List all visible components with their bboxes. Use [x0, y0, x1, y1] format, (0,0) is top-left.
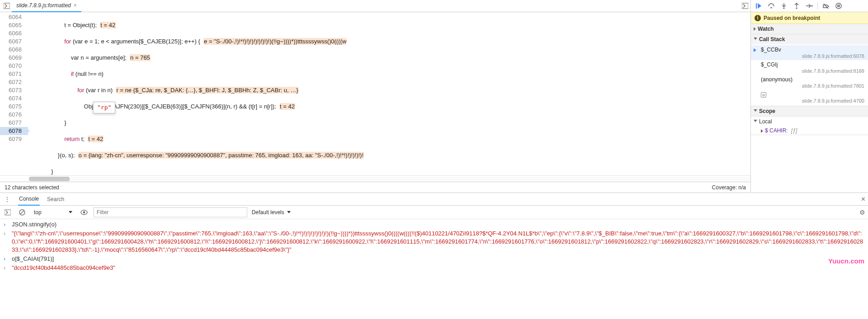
callstack-frame[interactable]: $_CGIj slide.7.8.9.js:formatted:8168 — [751, 60, 868, 75]
svg-line-13 — [20, 211, 24, 214]
chevron-right-icon — [761, 129, 763, 133]
console-output-row: ‹"{\"lang\":\"zh-cn\",\"userresponse\":\… — [0, 229, 868, 254]
callstack-section[interactable]: Call Stack $_CCBv slide.7.8.9.js:formatt… — [751, 34, 868, 106]
debugger-toolbar — [751, 0, 868, 12]
svg-point-8 — [836, 3, 841, 9]
callstack-frame[interactable]: (anonymous) slide.7.8.9.js:formatted:780… — [751, 75, 868, 90]
scope-variable[interactable]: $ CAHIR: [ƒ] — [751, 127, 868, 135]
input-marker-icon: › — [4, 220, 9, 229]
close-drawer-icon[interactable]: × — [861, 195, 865, 203]
caret-down-icon — [69, 211, 72, 213]
context-selector[interactable]: top — [32, 208, 75, 217]
svg-rect-9 — [838, 5, 839, 7]
tab-title: slide.7.8.9.js:formatted — [16, 2, 71, 9]
console-log[interactable]: ›JSON.stringify(o) ‹"{\"lang\":\"zh-cn\"… — [0, 219, 868, 319]
output-marker-icon: ‹ — [4, 264, 9, 272]
source-tabbar: slide.7.8.9.js:formatted × — [0, 0, 750, 12]
close-tab-icon[interactable]: × — [74, 2, 77, 9]
local-scope-section[interactable]: Local $ CAHIR: [ƒ] — [751, 117, 868, 135]
svg-point-3 — [770, 7, 772, 8]
more-tabs-icon[interactable] — [740, 0, 750, 11]
callstack-frame[interactable]: $_CCBv slide.7.8.9.js:formatted:6078 — [751, 45, 868, 60]
svg-point-15 — [83, 211, 85, 213]
async-badge: o — [761, 92, 766, 98]
horizontal-scrollbar[interactable] — [0, 175, 750, 182]
svg-rect-10 — [839, 5, 840, 7]
editor-statusbar: 12 characters selected Coverage: n/a — [0, 182, 750, 192]
step-button[interactable] — [803, 0, 815, 11]
filter-input[interactable] — [94, 207, 247, 217]
deactivate-breakpoints-button[interactable] — [820, 0, 832, 11]
chevron-down-icon — [754, 38, 757, 42]
code-content[interactable]: t = Object(t); t = 42 for (var e = 1; e … — [28, 12, 750, 175]
chevron-down-icon — [754, 120, 757, 124]
hover-tooltip: "rp" — [93, 102, 115, 113]
selection-status: 12 characters selected — [5, 184, 59, 191]
search-tab[interactable]: Search — [46, 193, 65, 206]
callstack-frame[interactable]: o slide.7.8.9.js:formatted:4700 — [751, 90, 868, 105]
console-input-row: ›o[$_CAIAt(791)] — [0, 254, 868, 263]
console-drawer: ⋮ Console Search × top Default levels ⚙ … — [0, 192, 868, 319]
paused-banner: i Paused on breakpoint — [751, 12, 868, 24]
output-marker-icon: ‹ — [4, 230, 9, 254]
drawer-menu-icon[interactable]: ⋮ — [3, 196, 12, 203]
toggle-sidebar-icon[interactable] — [3, 207, 13, 217]
step-into-button[interactable] — [778, 0, 790, 11]
console-settings-icon[interactable]: ⚙ — [859, 209, 865, 216]
toggle-navigator-icon[interactable] — [2, 1, 12, 11]
chevron-right-icon — [754, 27, 756, 31]
scope-section[interactable]: Scope — [751, 106, 868, 117]
info-icon: i — [755, 15, 761, 21]
line-gutter: 6064606560666067 6068606960706071 607260… — [0, 12, 28, 175]
coverage-status: Coverage: n/a — [712, 184, 746, 191]
live-expression-icon[interactable] — [79, 207, 89, 217]
drawer-tabbar: ⋮ Console Search × — [0, 193, 868, 206]
console-toolbar: top Default levels ⚙ — [0, 206, 868, 219]
svg-point-6 — [811, 5, 812, 6]
step-out-button[interactable] — [791, 0, 802, 11]
svg-rect-2 — [756, 3, 757, 9]
console-input-row: ›JSON.stringify(o) — [0, 220, 868, 229]
source-tab[interactable]: slide.7.8.9.js:formatted × — [12, 0, 81, 12]
svg-point-4 — [783, 7, 784, 9]
caret-down-icon — [287, 211, 291, 213]
console-output-row: ‹"dccd19cf40bd44485c85bac094cef9e3" — [0, 263, 868, 272]
watch-section[interactable]: Watch — [751, 24, 868, 34]
resume-button[interactable] — [753, 0, 764, 11]
clear-console-icon[interactable] — [17, 207, 27, 217]
input-marker-icon: › — [4, 255, 9, 263]
svg-point-5 — [796, 7, 797, 9]
step-over-button[interactable] — [765, 0, 777, 11]
chevron-down-icon — [754, 109, 757, 113]
code-editor[interactable]: 6064606560666067 6068606960706071 607260… — [0, 12, 750, 175]
console-tab[interactable]: Console — [18, 193, 40, 206]
log-level-selector[interactable]: Default levels — [252, 209, 291, 216]
pause-on-exceptions-button[interactable] — [833, 0, 844, 11]
